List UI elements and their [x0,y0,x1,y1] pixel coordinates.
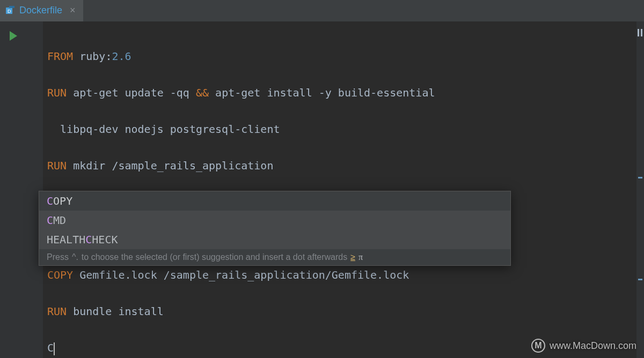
watermark-logo-icon: M [531,339,545,353]
hint-key: ^. [72,252,78,262]
scroll-marker[interactable] [638,279,642,280]
hint-link[interactable]: ≥ [350,252,355,262]
hint-text: to choose the selected (or first) sugges… [82,252,347,262]
scrollbar[interactable] [636,21,644,358]
autocomplete-popup: COPY CMD HEALTHCHECK Press ^. to choose … [39,191,511,266]
code-text: ruby [73,50,105,63]
tab-label: Dockerfile [19,5,62,16]
watermark: M www.MacDown.com [531,339,636,353]
ac-match: C [85,233,92,246]
kw-copy: COPY [47,268,73,281]
code-text: libpq-dev nodejs postgresql-client [47,123,280,136]
tab-bar: D Dockerfile × [0,0,644,21]
ac-match: C [47,214,53,227]
dockerfile-icon: D [5,5,15,15]
code-op: && [196,86,209,99]
kw-run: RUN [47,86,67,99]
kw-run: RUN [47,159,67,172]
autocomplete-item-cmd[interactable]: CMD [39,211,510,230]
code-text: Gemfile.lock /sample_rails_application/G… [73,268,409,281]
scroll-marker[interactable] [638,177,642,178]
hint-text: Press [47,252,69,262]
inspections-icon[interactable] [638,29,642,36]
typed-input: C [47,341,54,354]
watermark-text: www.MacDown.com [550,340,636,352]
code-text: apt-get update -qq [67,86,196,99]
pi-icon[interactable]: π [358,252,363,262]
code-number: 2.6 [112,50,131,63]
text-caret [54,342,55,355]
svg-rect-1 [9,6,14,8]
code-text: apt-get install -y build-essential [209,86,435,99]
svg-text:D: D [8,9,11,14]
autocomplete-item-copy[interactable]: COPY [39,191,510,211]
code-editor[interactable]: FROM ruby:2.6 RUN apt-get update -qq && … [43,21,636,358]
editor-wrap: FROM ruby:2.6 RUN apt-get update -qq && … [0,21,644,358]
ac-rest: HECK [92,233,118,246]
code-text: : [105,50,112,63]
close-icon[interactable]: × [70,5,76,16]
ac-pre: HEALTH [47,233,85,246]
kw-from: FROM [47,50,73,63]
ac-match: C [47,195,53,207]
code-text: mkdir /sample_rails_application [67,159,273,172]
code-text: bundle install [67,305,164,318]
kw-run: RUN [47,305,67,318]
run-icon[interactable] [10,31,17,41]
gutter-fold [30,21,43,358]
autocomplete-hint: Press ^. to choose the selected (or firs… [39,249,510,265]
ac-rest: MD [53,214,66,227]
tab-dockerfile[interactable]: D Dockerfile × [0,0,83,21]
ac-rest: OPY [53,195,72,207]
gutter [0,21,30,358]
autocomplete-item-healthcheck[interactable]: HEALTHCHECK [39,230,510,249]
